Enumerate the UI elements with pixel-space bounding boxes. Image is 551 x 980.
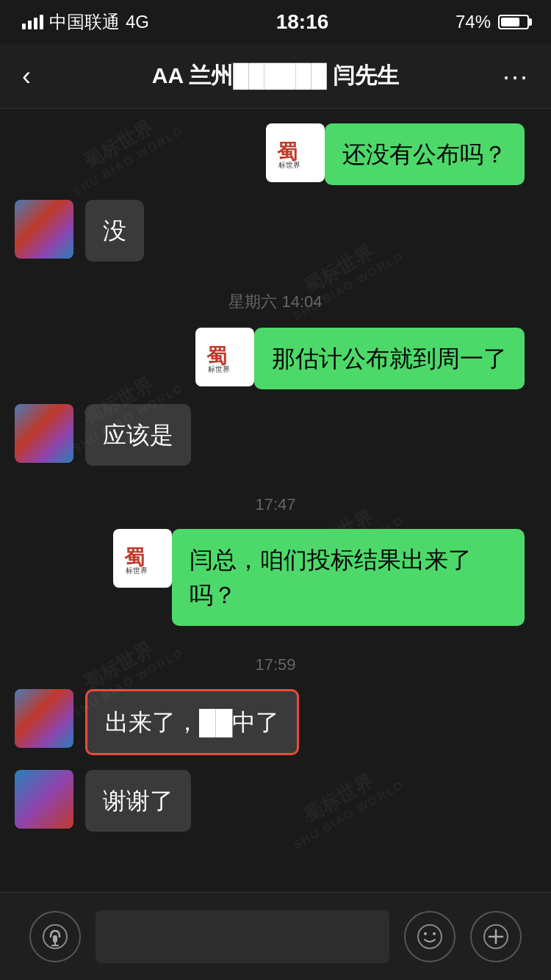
message-bubble-highlighted: 出来了，██中了 bbox=[85, 689, 299, 755]
message-row: 谢谢了 bbox=[15, 770, 536, 832]
message-bubble: 应该是 bbox=[85, 404, 191, 466]
avatar: 蜀 标世界 SHU BIAO WORLD bbox=[113, 529, 172, 588]
more-button[interactable]: ··· bbox=[485, 61, 529, 92]
logo-icon: 蜀 标世界 SHU BIAO WORLD bbox=[123, 541, 162, 576]
battery-icon bbox=[498, 15, 529, 29]
status-right: 74% bbox=[455, 12, 529, 32]
message-row: 应该是 bbox=[15, 404, 536, 466]
voice-button[interactable] bbox=[29, 911, 81, 962]
svg-text:标世界: 标世界 bbox=[207, 365, 230, 373]
emoji-button[interactable] bbox=[404, 911, 455, 962]
status-bar: 中国联通 4G 18:16 74% bbox=[0, 0, 551, 44]
battery-percent: 74% bbox=[455, 12, 491, 32]
svg-point-15 bbox=[433, 932, 436, 935]
message-bubble: 没 bbox=[85, 200, 144, 262]
message-row: 没 bbox=[15, 200, 536, 262]
message-text: 出来了，██中了 bbox=[105, 709, 279, 735]
timestamp: 17:47 bbox=[15, 495, 536, 514]
message-text: 闫总，咱们投标结果出来了吗？ bbox=[190, 547, 472, 608]
emoji-icon bbox=[417, 923, 443, 950]
message-text: 谢谢了 bbox=[103, 788, 173, 814]
message-bubble: 还没有公布吗？ bbox=[325, 123, 525, 185]
message-bubble: 谢谢了 bbox=[85, 770, 191, 832]
svg-text:蜀: 蜀 bbox=[277, 140, 298, 163]
svg-text:标世界: 标世界 bbox=[278, 161, 300, 169]
message-text: 没 bbox=[103, 217, 126, 244]
avatar bbox=[15, 770, 73, 829]
timestamp: 星期六 14:04 bbox=[15, 291, 536, 313]
avatar bbox=[15, 689, 73, 748]
logo-icon: 蜀 标世界 SHU BIAO WORLD bbox=[205, 339, 245, 375]
status-left: 中国联通 4G bbox=[22, 10, 149, 34]
logo-icon: 蜀 标世界 SHU BIAO WORLD bbox=[276, 135, 315, 170]
message-row: 出来了，██中了 bbox=[15, 689, 536, 755]
voice-icon bbox=[42, 923, 68, 950]
message-text: 应该是 bbox=[103, 422, 173, 448]
bottom-right-icons bbox=[404, 911, 522, 962]
svg-text:蜀: 蜀 bbox=[124, 546, 145, 569]
nav-bar: ‹ AA 兰州██████ 闫先生 ··· bbox=[0, 44, 551, 109]
avatar bbox=[15, 200, 73, 259]
svg-rect-10 bbox=[53, 935, 57, 943]
svg-text:蜀: 蜀 bbox=[206, 345, 227, 367]
message-list: 还没有公布吗？ 蜀 标世界 SHU BIAO WORLD 没 星期六 14:04… bbox=[0, 123, 551, 846]
message-row: 闫总，咱们投标结果出来了吗？ 蜀 标世界 SHU BIAO WORLD bbox=[15, 529, 536, 626]
message-input[interactable] bbox=[96, 910, 389, 963]
message-row: 那估计公布就到周一了 蜀 标世界 SHU BIAO WORLD bbox=[15, 328, 536, 389]
carrier-label: 中国联通 bbox=[49, 10, 120, 34]
svg-text:标世界: 标世界 bbox=[125, 566, 148, 574]
message-bubble: 那估计公布就到周一了 bbox=[254, 328, 525, 389]
svg-point-14 bbox=[424, 932, 427, 935]
message-text: 那估计公布就到周一了 bbox=[272, 345, 507, 372]
chat-area: 蜀标世界 SHU BIAO WORLD 蜀标世界 SHU BIAO WORLD … bbox=[0, 109, 551, 917]
bottom-bar bbox=[0, 892, 551, 980]
back-button[interactable]: ‹ bbox=[22, 61, 66, 92]
svg-point-13 bbox=[418, 925, 442, 948]
chat-title: AA 兰州██████ 闫先生 bbox=[66, 61, 485, 91]
avatar: 蜀 标世界 SHU BIAO WORLD bbox=[195, 328, 254, 386]
add-icon bbox=[483, 923, 509, 950]
add-button[interactable] bbox=[470, 911, 522, 962]
signal-icon bbox=[22, 15, 43, 29]
avatar bbox=[15, 404, 73, 463]
message-text: 还没有公布吗？ bbox=[342, 141, 507, 167]
network-label: 4G bbox=[126, 12, 149, 32]
timestamp: 17:59 bbox=[15, 655, 536, 674]
avatar: 蜀 标世界 SHU BIAO WORLD bbox=[266, 123, 325, 182]
time-label: 18:16 bbox=[276, 10, 329, 34]
message-row: 还没有公布吗？ 蜀 标世界 SHU BIAO WORLD bbox=[15, 123, 536, 185]
message-bubble: 闫总，咱们投标结果出来了吗？ bbox=[172, 529, 525, 626]
